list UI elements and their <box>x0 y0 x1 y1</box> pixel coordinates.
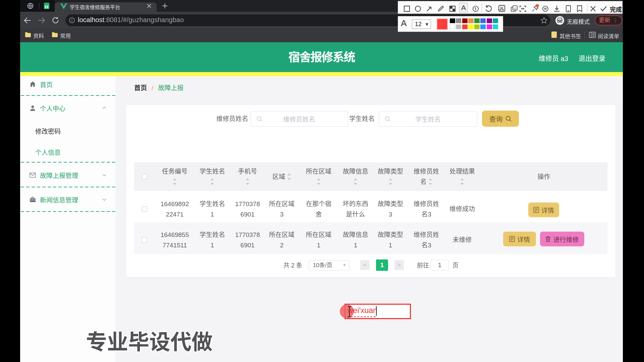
svg-text:A: A <box>514 7 516 10</box>
